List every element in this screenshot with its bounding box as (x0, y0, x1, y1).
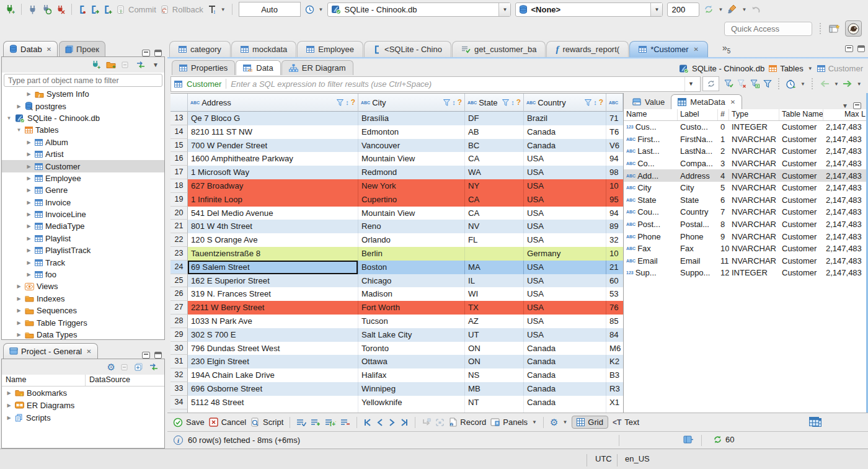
column-header-name[interactable]: Name (2, 375, 86, 386)
chevron-collapsed-icon[interactable]: ▶ (25, 272, 32, 277)
cell-postalcode[interactable]: 71 (606, 112, 623, 125)
metadata-row[interactable]: ABCFirst... FirstNa... 1 NVARCHAR Custom… (624, 133, 866, 146)
cell-country[interactable]: Canada (524, 396, 606, 409)
navigate-forward-button[interactable]: ▼ (843, 80, 862, 87)
cell-address[interactable]: 541 Del Medio Avenue (188, 207, 358, 220)
row-number[interactable]: 20 (170, 207, 188, 220)
cell-address[interactable]: 627 Broadway (188, 179, 358, 193)
tree-item-system-info[interactable]: ▶ i System Info (2, 88, 164, 100)
schema-dropdown-button[interactable]: ▼ (650, 3, 662, 16)
editor-tab-mockdata[interactable]: mockdata (231, 41, 296, 57)
last-record-icon[interactable] (400, 418, 409, 427)
collapse-all-icon[interactable] (122, 61, 130, 69)
quick-access-input[interactable] (724, 22, 812, 36)
tab-properties[interactable]: Properties (172, 60, 235, 75)
connect-icon[interactable] (28, 5, 37, 14)
meta-column-header[interactable]: # (718, 109, 729, 120)
cell-state[interactable]: NV (465, 220, 524, 233)
chevron-collapsed-icon[interactable]: ▶ (25, 200, 32, 205)
tree-item-invoice[interactable]: ▶ Invoice (2, 197, 164, 208)
cell-postalcode[interactable]: 10 (606, 179, 623, 193)
cell-postalcode[interactable]: 21 (606, 261, 623, 274)
chevron-collapsed-icon[interactable]: ▶ (25, 140, 32, 145)
tree-item-mediatype[interactable]: ▶ MediaType (2, 220, 164, 232)
chevron-collapsed-icon[interactable]: ▶ (16, 284, 22, 289)
chevron-expanded-icon[interactable]: ▼ (6, 115, 12, 121)
project-item-er-diagrams[interactable]: ▶ ER Diagrams (2, 399, 164, 411)
filter-save-icon[interactable] (750, 79, 760, 88)
column-header-postal[interactable]: ABC (606, 94, 623, 112)
chevron-collapsed-icon[interactable]: ▶ (25, 151, 32, 157)
cell-state[interactable]: AB (465, 125, 524, 139)
toggle-panel-icon[interactable] (683, 435, 694, 444)
refresh-connection-button[interactable]: ▼ (704, 4, 723, 14)
cell-city[interactable]: Berlin (358, 247, 465, 261)
view-menu-icon[interactable]: ▼ (153, 61, 159, 68)
cell-postalcode[interactable]: 84 (606, 328, 623, 342)
column-header-state[interactable]: ABC State ↕ ? (465, 94, 524, 112)
row-number[interactable]: 21 (170, 220, 188, 233)
disconnect-icon[interactable] (56, 5, 65, 14)
link-with-editor-icon[interactable] (136, 61, 146, 69)
column-header-country[interactable]: ABC Country ↕ ? (524, 94, 606, 112)
cell-city[interactable]: Winnipeg (358, 382, 465, 396)
chevron-collapsed-icon[interactable]: ▶ (25, 260, 32, 266)
cell-state[interactable]: TX (465, 301, 524, 315)
fetch-next-page-icon[interactable] (422, 418, 431, 427)
cell-country[interactable]: Canada (524, 125, 606, 139)
text-view-button[interactable]: <T Text (613, 418, 639, 427)
row-number[interactable]: 24 (170, 261, 188, 274)
cell-state[interactable]: MA (465, 261, 524, 274)
tree-item-playlist[interactable]: ▶ Playlist (2, 233, 164, 244)
filter-settings-icon[interactable] (763, 79, 772, 88)
cell-city[interactable]: Yellowknife (358, 396, 465, 409)
object-filter-input[interactable] (4, 74, 162, 87)
row-number[interactable]: 33 (170, 382, 188, 396)
cell-address[interactable]: 194A Chain Lake Drive (188, 368, 358, 382)
column-header-city[interactable]: ABC City ↕ ? (358, 94, 465, 112)
tab-project-general[interactable]: Project - General ✕ (3, 343, 98, 359)
delete-row-icon[interactable] (340, 418, 350, 426)
cell-city[interactable]: Halifax (358, 368, 465, 382)
tree-item-sqlite-chinook-db[interactable]: ▼ SQLite - Chinook.db (2, 112, 164, 124)
meta-column-header[interactable]: Type (729, 109, 779, 120)
expand-icon[interactable] (135, 363, 143, 371)
cancel-button[interactable]: Cancel (209, 418, 246, 427)
script-button[interactable]: Script (250, 418, 283, 427)
commit-button[interactable]: Commit (117, 5, 156, 14)
tab-overflow-indicator[interactable]: »5 (722, 43, 730, 55)
undo-icon[interactable] (751, 5, 761, 14)
sort-icon[interactable]: ↕ (345, 99, 349, 106)
cell-address[interactable]: 302 S 700 E (188, 328, 358, 342)
tree-item-indexes[interactable]: ▶ Indexes (2, 293, 164, 305)
cell-address[interactable]: Tauentzienstraße 8 (188, 247, 358, 261)
editor-tab--sqlite-chino[interactable]: <SQLite - Chino (364, 41, 451, 57)
row-number[interactable]: 13 (170, 112, 188, 125)
cell-address[interactable]: Qe 7 Bloco G (188, 112, 358, 125)
meta-column-header[interactable]: Max L (823, 109, 868, 120)
cell-city[interactable]: Cupertino (358, 193, 465, 207)
cell-country[interactable]: USA (524, 220, 606, 233)
row-number[interactable]: 32 (170, 368, 188, 382)
row-number[interactable]: 34 (170, 396, 188, 409)
active-schema-select[interactable]: <None> ▼ (515, 2, 663, 17)
filter-remove-icon[interactable] (737, 79, 746, 88)
cell-city[interactable]: Edmonton (358, 125, 465, 139)
close-icon[interactable]: ✕ (86, 348, 91, 355)
cell-country[interactable]: USA (524, 315, 606, 328)
cell-city[interactable]: Reno (358, 220, 465, 233)
breadcrumb-item[interactable]: Customer (817, 64, 863, 73)
project-item-bookmarks[interactable]: ▶ Bookmarks (2, 386, 164, 399)
sort-icon[interactable]: ↕ (511, 99, 515, 106)
cell-country[interactable]: Canada (524, 382, 606, 396)
minimize-icon[interactable] (142, 352, 150, 359)
cell-state[interactable]: WA (465, 166, 524, 179)
tree-item-tables[interactable]: ▼ Tables (2, 124, 164, 136)
column-header-address[interactable]: ABC Address ↕ ? (188, 94, 358, 112)
cell-postalcode[interactable]: 94 (606, 207, 623, 220)
tree-item-genre[interactable]: ▶ Genre (2, 184, 164, 196)
maximize-icon[interactable] (154, 50, 162, 56)
fetch-all-icon[interactable] (435, 418, 445, 427)
cell-city[interactable]: Salt Lake City (358, 328, 465, 342)
cell-city[interactable]: Boston (358, 261, 465, 274)
